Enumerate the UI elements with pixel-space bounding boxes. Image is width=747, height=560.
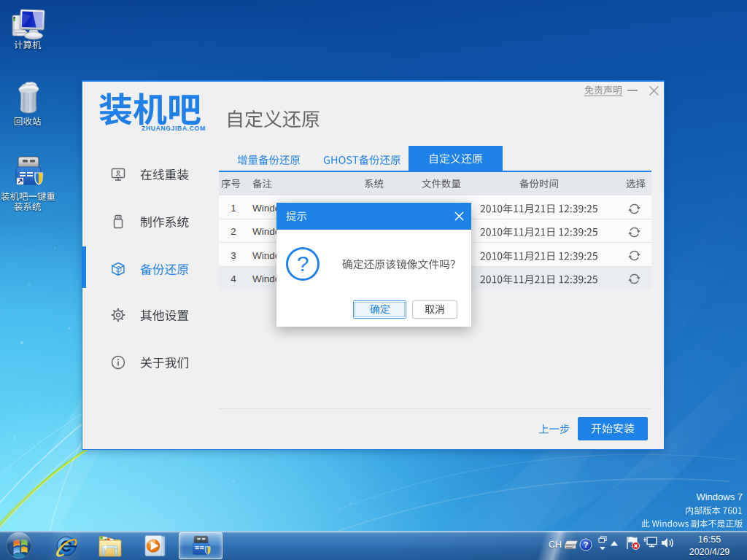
svg-text:?: ? bbox=[584, 540, 589, 549]
